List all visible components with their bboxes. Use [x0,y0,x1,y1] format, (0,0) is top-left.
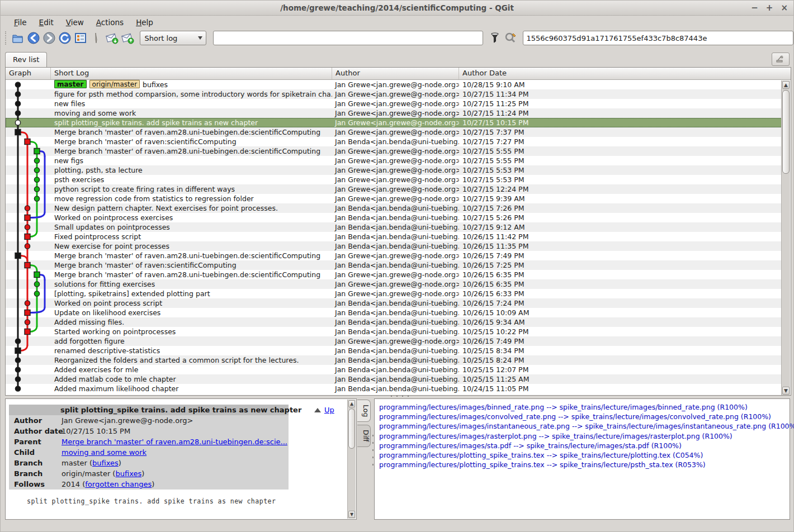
short-log-cell: Added matlab code to mle chapter [51,374,332,384]
detail-scroll-thumb[interactable] [348,408,355,449]
sha-input[interactable] [523,31,794,45]
detail-link[interactable]: forgotten changes [85,480,152,488]
author-date-cell: 10/26/15 9:34 AM [459,317,782,327]
graph-cell [6,298,51,308]
refresh-icon[interactable] [58,31,72,45]
column-header-short-log[interactable]: Short Log [51,68,332,79]
commit-row[interactable]: Added missing files.Jan Benda<jan.benda@… [6,317,782,327]
commit-row[interactable]: Fixed pointprocess scriptJan Benda<jan.b… [6,232,782,241]
filter-icon[interactable] [488,31,502,45]
changed-file-line[interactable]: programming/lectures/plotting_spike_trai… [379,460,790,469]
side-tab-log[interactable]: Log [357,400,371,422]
menu-file[interactable]: File [8,17,32,28]
commit-rows: masterorigin/masterbufixesJan Grewe<jan.… [6,80,782,393]
commit-row[interactable]: renamed descriptive-statisticsJan Benda<… [6,346,782,355]
commit-row[interactable]: Worked on point process scriptJan Benda<… [6,298,782,308]
changed-file-line[interactable]: programming/lectures/plotting_spike_trai… [379,450,790,460]
menu-edit[interactable]: Edit [34,17,59,28]
rev-list-scrollbar[interactable]: ▲ ▼ [781,80,790,395]
commit-row[interactable]: new filesJan Grewe<jan.grewe@g-node.org>… [6,99,782,108]
horizontal-splitter[interactable] [389,395,411,397]
short-log-cell: masterorigin/masterbufixes [51,80,332,89]
detail-scroll-up[interactable]: ▲ [348,400,355,407]
side-tab-diff[interactable]: Diff [357,425,371,447]
apply-patch-icon[interactable] [120,31,135,45]
commit-row[interactable]: Added maximum likelihood chapterJan Bend… [6,384,782,393]
commit-row[interactable]: plotting, psth, sta lectureJan Grewe<jan… [6,165,782,175]
detail-scroll-down[interactable]: ▼ [348,511,355,518]
commit-row[interactable]: Update on likelihood exercisesJan Benda<… [6,308,782,317]
detail-link[interactable]: Merge branch 'master' of raven.am28.uni-… [62,438,287,446]
search-input[interactable] [213,31,483,45]
commit-row[interactable]: Merge branch 'master' of raven.am28.uni-… [6,127,782,137]
log-mode-select[interactable]: Short log [140,31,207,45]
minimize-button[interactable]: − [751,1,758,16]
commit-row[interactable]: Added exercises for mleJan Benda<jan.ben… [6,365,782,374]
commit-row[interactable]: add forgotten figureJan Grewe<jan.grewe@… [6,336,782,346]
commit-row[interactable]: new figsJan Grewe<jan.grewe@g-node.org>1… [6,156,782,165]
changed-file-line[interactable]: programming/lectures/images/sta.pdf --> … [379,441,790,450]
commit-row[interactable]: Reorganized the folders and started a co… [6,355,782,365]
commit-row[interactable]: moving and some workJan Grewe<jan.grewe@… [6,108,782,118]
commit-row[interactable]: Merge branch 'master' of raven.am28.uni-… [6,146,782,156]
find-edit-icon[interactable] [503,31,518,45]
commit-row[interactable]: Merge branch 'master' of raven.am28.uni-… [6,270,782,279]
pin-icon[interactable] [89,31,103,45]
graph-cell [6,270,51,279]
forward-icon[interactable] [42,31,56,45]
short-log-cell: Worked on pointprocess exercises [51,213,332,222]
scrollbar-thumb[interactable] [782,90,790,174]
commit-row[interactable]: New design pattern chapter. Next exercis… [6,203,782,213]
commit-row[interactable]: Small updates on pointprocessesJan Benda… [6,222,782,232]
open-folder-icon[interactable] [11,31,25,45]
up-link[interactable]: Up [324,406,334,414]
author-date-cell: 10/24/15 11:05 PM [459,384,782,393]
detail-link[interactable]: bufixes [92,459,119,467]
commit-row[interactable]: New exercise for point processesJan Bend… [6,241,782,251]
detail-link[interactable]: moving and some work [62,448,146,457]
back-icon[interactable] [26,31,41,45]
commit-row[interactable]: Merge branch 'master' of raven:scientifi… [6,137,782,146]
column-header-author[interactable]: Author [332,68,459,79]
scroll-down-arrow[interactable]: ▼ [782,387,790,395]
commit-row[interactable]: Added matlab code to mle chapterJan Bend… [6,374,782,384]
changed-file-line[interactable]: programming/lectures/images/instantaneou… [379,421,790,431]
column-header-author-date[interactable]: Author Date [459,68,782,79]
changed-file-line[interactable]: programming/lectures/images/binned_rate.… [379,402,790,412]
author-date-cell: 10/27/15 11:25 PM [459,99,782,108]
commit-row[interactable]: move regression code from statistics to … [6,194,782,203]
detail-link[interactable]: bufixes [115,469,141,478]
column-header-graph[interactable]: Graph [6,68,51,79]
commit-row[interactable]: [plotting, spiketrains] extended plottin… [6,289,782,298]
scroll-up-arrow[interactable]: ▲ [782,81,790,89]
detail-label: Author date [9,426,62,436]
maximize-button[interactable]: + [766,1,773,16]
detail-scrollbar[interactable]: ▲ ▼ [347,400,356,519]
menu-view[interactable]: View [60,17,89,28]
commit-row[interactable]: Merge branch 'master' of raven:scientifi… [6,260,782,270]
changed-file-line[interactable]: programming/lectures/images/rasterplot.p… [379,431,790,441]
commit-row[interactable]: masterorigin/masterbufixesJan Grewe<jan.… [6,80,782,89]
tab-rev-list[interactable]: Rev list [5,52,47,67]
commit-row[interactable]: psth exercisesJan Grewe<jan.grewe@g-node… [6,175,782,184]
commit-row[interactable]: split plotting_spike trains. add spike t… [6,118,782,127]
view-list-icon[interactable] [73,31,88,45]
menu-help[interactable]: Help [130,17,159,28]
commit-row[interactable]: solutions for fitting exercisesJan Grewe… [6,279,782,289]
author-cell: Jan Grewe<jan.grewe@g-node.org> [332,146,459,156]
commit-row[interactable]: Worked on pointprocess exercisesJan Bend… [6,213,782,222]
changed-file-line[interactable]: programming/lectures/images/convolved_ra… [379,412,790,421]
close-button[interactable]: × [781,1,788,16]
graph-cell [6,251,51,260]
commit-row[interactable]: Started working on pointprocessesJan Ben… [6,327,782,336]
commit-row[interactable]: python script to create firing rates in … [6,184,782,194]
commit-detail-panel: split plotting_spike trains. add spike t… [5,398,357,520]
short-log-cell: Update on likelihood exercises [51,308,332,317]
toolbar-toggle-button[interactable] [772,53,790,66]
menu-actions[interactable]: Actions [91,17,129,28]
commit-row[interactable]: Merge branch 'master' of raven.am28.uni-… [6,251,782,260]
author-cell: Jan Benda<jan.benda@uni-tuebing... [332,298,459,308]
toolbar-handle[interactable] [5,31,7,45]
commit-row[interactable]: figure for psth method comparsion, some … [6,89,782,99]
save-patch-icon[interactable] [105,31,119,45]
